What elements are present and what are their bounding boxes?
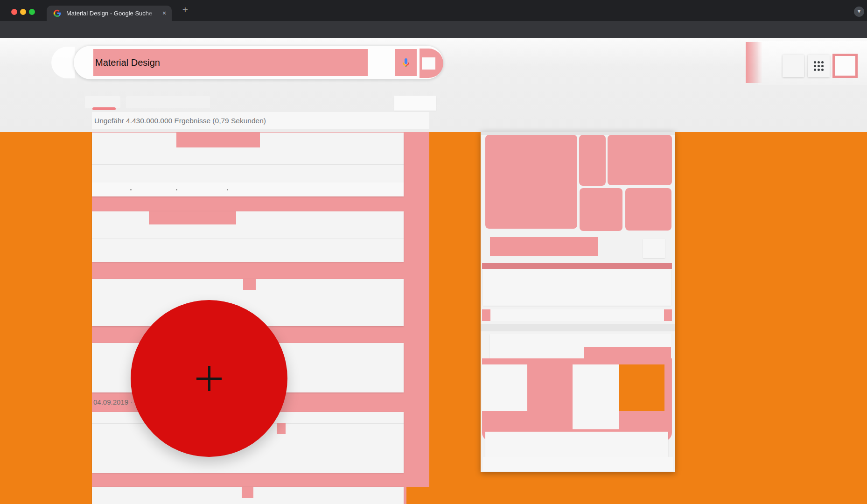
results-stats-text: Ungefähr 4.430.000.000 Ergebnisse (0,79 …	[94, 112, 266, 129]
search-tools-box[interactable]	[394, 96, 436, 111]
panel-title-button[interactable]	[643, 239, 665, 258]
search-query-text: Material Design	[95, 49, 160, 76]
browser-toolbar: ← → ↻ ⌂ google.de/search?q=Material+Desi…	[0, 21, 867, 39]
panel-box-b-pink	[584, 347, 671, 358]
result-2-title-chip[interactable]	[149, 211, 236, 224]
panel-col-pink	[527, 364, 573, 429]
plus-icon	[208, 366, 210, 391]
result-6-chip	[242, 487, 253, 498]
browser-window: Material Design - Google Suche × + ▾ ← →…	[0, 0, 867, 504]
traffic-light-close-button[interactable]	[11, 9, 17, 15]
panel-col-white-2	[573, 364, 619, 429]
panel-image-large[interactable]	[485, 135, 577, 229]
new-tab-button[interactable]: +	[178, 3, 192, 17]
panel-section-strip	[482, 263, 672, 269]
panel-description-block	[483, 269, 671, 306]
result-card-1[interactable]	[92, 133, 404, 196]
tab-title: Material Design - Google Suche	[66, 6, 158, 21]
panel-row-bar[interactable]	[490, 309, 664, 321]
search-submit-button[interactable]	[422, 57, 435, 70]
panel-footer-bar[interactable]	[485, 432, 668, 457]
panel-image-tall[interactable]	[579, 135, 606, 186]
results-info-bar: Ungefähr 4.430.000.000 Ergebnisse (0,79 …	[92, 112, 429, 129]
result-1-title-chip[interactable]	[176, 133, 260, 147]
header-blank-button[interactable]	[783, 55, 804, 77]
traffic-light-minimize-button[interactable]	[20, 9, 26, 15]
panel-col-white-1	[482, 364, 527, 411]
download-chevron-icon[interactable]: ▾	[854, 7, 864, 17]
orange-block-bottom	[406, 487, 429, 504]
panel-pink-under-1	[482, 411, 527, 429]
search-bar[interactable]: Material Design	[74, 46, 443, 79]
google-favicon-icon	[53, 9, 61, 17]
panel-top-edge	[481, 132, 675, 135]
result-5-chip	[277, 423, 286, 434]
result-1-sitelinks-row	[92, 182, 404, 196]
apps-grid-icon	[814, 61, 824, 71]
result-3-chip	[243, 279, 256, 290]
google-apps-button[interactable]	[808, 55, 830, 77]
panel-image-right[interactable]	[625, 188, 671, 231]
profile-avatar-button[interactable]	[832, 54, 858, 78]
voice-search-block[interactable]	[395, 49, 417, 76]
panel-title-bar	[490, 237, 598, 256]
tab-bar: Material Design - Google Suche × + ▾	[0, 0, 867, 21]
panel-bottom-strip	[483, 457, 673, 471]
tab-close-icon[interactable]: ×	[158, 6, 171, 21]
search-input[interactable]: Material Design	[93, 49, 368, 76]
fab-button[interactable]	[131, 300, 287, 457]
result-date-text: 04.09.2019 ·	[93, 392, 133, 412]
browser-tab[interactable]: Material Design - Google Suche ×	[47, 6, 172, 21]
divider	[92, 238, 404, 238]
sitelink-dot	[176, 189, 177, 190]
result-card-6[interactable]	[92, 487, 404, 504]
panel-row-pink-right	[664, 309, 672, 321]
sitelink-dot	[227, 189, 228, 190]
results-tab-alle[interactable]	[85, 96, 120, 108]
microphone-icon	[400, 57, 412, 69]
panel-box-a[interactable]	[490, 334, 584, 358]
panel-gap	[481, 324, 675, 331]
panel-pink-under-2	[619, 411, 672, 429]
panel-image-wide[interactable]	[608, 135, 672, 185]
active-tab-underline	[92, 107, 116, 110]
divider	[92, 164, 404, 165]
panel-row-pink-left	[482, 309, 490, 321]
panel-image-mid[interactable]	[580, 188, 622, 231]
panel-box-b	[584, 334, 671, 347]
knowledge-panel	[481, 132, 675, 472]
panel-col-orange	[619, 364, 664, 411]
sitelink-dot	[130, 189, 132, 190]
pink-gradient-strip	[746, 42, 762, 83]
results-tab-group[interactable]	[126, 96, 210, 108]
traffic-light-zoom-button[interactable]	[29, 9, 35, 15]
result-card-2[interactable]	[92, 211, 404, 262]
panel-band	[482, 358, 672, 364]
